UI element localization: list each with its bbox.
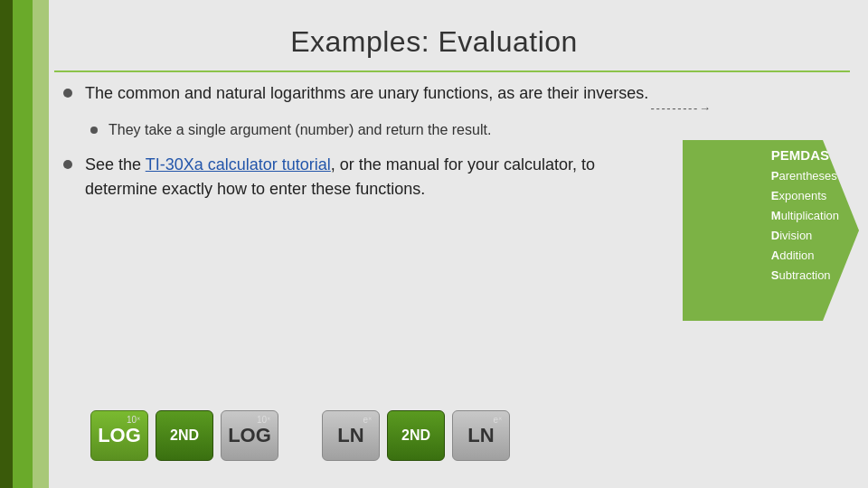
- log-superscript-1: 10ˣ: [127, 415, 140, 425]
- pemdas-a: Addition: [771, 246, 839, 266]
- pemdas-s: Subtraction: [771, 266, 839, 286]
- main-content: The common and natural logarithms are un…: [63, 81, 651, 434]
- slide: Examples: Evaluation The common and natu…: [0, 0, 868, 488]
- left-green-accent: [13, 0, 33, 488]
- bullet-dot-1: [63, 89, 72, 98]
- 2nd-button-2[interactable]: 2nd: [387, 410, 445, 461]
- bullet-1: The common and natural logarithms are un…: [63, 81, 651, 106]
- slide-title: Examples: Evaluation: [0, 25, 868, 59]
- left-light-green-accent: [33, 0, 49, 488]
- 2nd-label-2: 2nd: [401, 427, 430, 444]
- 2nd-label-1: 2nd: [170, 427, 199, 444]
- ln-button-gray-2[interactable]: eˣ LN: [452, 410, 510, 461]
- pemdas-title: PEMDAS: [771, 147, 839, 163]
- log-superscript-2: 10ˣ: [257, 415, 270, 425]
- ln-label-2: LN: [467, 424, 494, 447]
- 2nd-button-1[interactable]: 2nd: [156, 410, 213, 461]
- bullet-2-prefix: See the: [85, 155, 146, 174]
- pemdas-p: Parentheses: [771, 166, 839, 186]
- title-divider: [54, 70, 850, 72]
- bullet-2-text: See the TI-30Xa calculator tutorial, or …: [85, 153, 651, 202]
- pemdas-e: Exponents: [771, 186, 839, 206]
- pemdas-m: Multiplication: [771, 206, 839, 226]
- ln-superscript-2: eˣ: [493, 415, 502, 425]
- log-label-1: LOG: [98, 424, 141, 447]
- bullet-1-text: The common and natural logarithms are un…: [85, 81, 648, 106]
- ln-label-1: LN: [337, 424, 363, 447]
- sub-bullet-1: They take a single argument (number) and…: [90, 120, 651, 140]
- left-dark-accent: [0, 0, 13, 488]
- calculator-link[interactable]: TI-30Xa calculator tutorial: [146, 155, 331, 174]
- sub-bullet-dot-1: [90, 127, 98, 134]
- pemdas-block: PEMDAS Parentheses Exponents Multiplicat…: [757, 140, 854, 294]
- ln-button-gray-1[interactable]: eˣ LN: [322, 410, 380, 461]
- pemdas-d: Division: [771, 226, 839, 246]
- calculator-buttons: 10ˣ LOG 2nd 10ˣ LOG eˣ LN 2nd eˣ LN: [90, 410, 510, 461]
- bullet-dot-2: [63, 160, 72, 169]
- sub-bullet-1-text: They take a single argument (number) and…: [108, 120, 491, 140]
- bullet-2: See the TI-30Xa calculator tutorial, or …: [63, 153, 651, 202]
- log-button-gray[interactable]: 10ˣ LOG: [221, 410, 278, 461]
- log-button-green[interactable]: 10ˣ LOG: [90, 410, 148, 461]
- dashed-arrow: - - - - - - - - - →: [651, 101, 710, 115]
- log-label-2: LOG: [228, 424, 271, 447]
- ln-superscript-1: eˣ: [363, 415, 372, 425]
- pemdas-items: Parentheses Exponents Multiplication Div…: [771, 166, 839, 286]
